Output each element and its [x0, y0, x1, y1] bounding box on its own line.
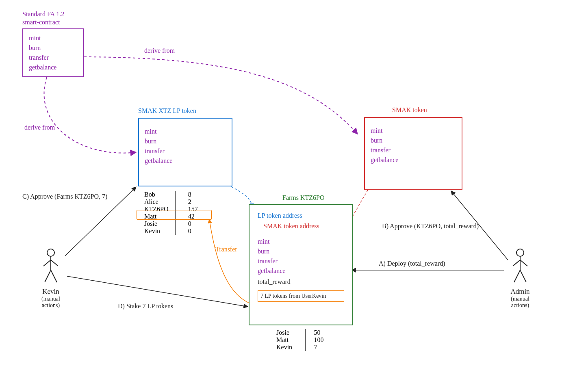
smak-method-mint: mint [371, 126, 456, 136]
method-burn: burn [29, 43, 78, 53]
svg-line-3 [51, 260, 58, 266]
smak-title: SMAK token [392, 106, 427, 114]
lp-row-val-4: 0 [186, 220, 205, 227]
smak-token-box: mint burn transfer getbalance [364, 117, 462, 190]
standard-title-1: Standard FA 1.2 [22, 11, 64, 18]
edge-transfer [209, 219, 251, 304]
label-approve-b: B) Approve (KTZ6PO, total_reward) [382, 223, 479, 230]
farm-title: Farms KTZ6PO [282, 194, 325, 201]
lp-row-name-0: Bob [144, 191, 178, 198]
svg-line-8 [513, 260, 520, 266]
farm-row-val-2: 7 [312, 344, 333, 351]
standard-contract-box: mint burn transfer getbalance [22, 28, 84, 77]
lp-row-name-4: Josie [144, 220, 178, 227]
edge-lp-address [228, 185, 252, 207]
standard-title-2: smart-contract [22, 19, 60, 26]
edge-derive-lp [44, 77, 136, 153]
method-getbalance: getbalance [29, 63, 78, 72]
svg-line-4 [45, 270, 51, 282]
svg-line-2 [43, 260, 51, 266]
admin-name: Admin [508, 288, 532, 296]
admin-sub: (manual actions) [508, 296, 532, 309]
farm-box: LP token address SMAK token address mint… [249, 204, 353, 325]
farm-row-name-2: Kevin [276, 344, 304, 351]
farm-staked-note: 7 LP tokens from UserKevin [258, 290, 344, 302]
label-deploy-a: A) Deploy (total_reward) [379, 260, 445, 267]
farm-row-val-1: 100 [312, 336, 333, 344]
farm-row-name-1: Matt [276, 336, 304, 344]
edge-stake-d [67, 276, 248, 307]
stick-figure-icon [508, 248, 532, 284]
lp-method-getbalance: getbalance [145, 156, 226, 166]
farm-method-burn: burn [258, 247, 344, 256]
kevin-sub: (manual actions) [39, 296, 63, 309]
lp-method-mint: mint [145, 127, 226, 136]
lp-row-val-5: 0 [186, 227, 205, 235]
method-transfer: transfer [29, 53, 78, 63]
actor-admin: Admin (manual actions) [508, 248, 532, 309]
lp-row-name-1: Alice [144, 198, 178, 206]
smak-method-burn: burn [371, 136, 456, 145]
smak-method-transfer: transfer [371, 145, 456, 155]
farm-method-transfer: transfer [258, 256, 344, 266]
smak-methods: mint burn transfer getbalance [371, 126, 456, 165]
farm-row-val-0: 50 [312, 329, 333, 336]
lp-methods: mint burn transfer getbalance [145, 127, 226, 166]
svg-line-11 [520, 270, 526, 282]
svg-line-9 [520, 260, 527, 266]
lp-row-name-5: Kevin [144, 227, 178, 235]
label-stake-d: D) Stake 7 LP tokens [118, 303, 173, 310]
svg-point-6 [516, 249, 524, 256]
farm-methods: mint burn transfer getbalance [258, 237, 344, 276]
label-approve-c: C) Approve (Farms KTZ6PO, 7) [22, 193, 107, 200]
derive-label-1: derive from [24, 124, 55, 131]
smak-method-getbalance: getbalance [371, 155, 456, 165]
stick-figure-icon [39, 248, 63, 284]
lp-title: SMAK XTZ LP token [138, 107, 196, 115]
farm-balances-table: Josie50 Matt100 Kevin7 [276, 329, 333, 351]
lp-method-transfer: transfer [145, 146, 226, 156]
farm-total-reward: total_reward [258, 277, 344, 287]
farm-lp-label: LP token address [258, 210, 344, 221]
standard-methods: mint burn transfer getbalance [29, 33, 78, 72]
lp-method-burn: burn [145, 136, 226, 146]
lp-row-val-0: 8 [186, 191, 205, 198]
actor-kevin: Kevin (manual actions) [39, 248, 63, 309]
lp-token-box: mint burn transfer getbalance [138, 118, 232, 186]
farm-method-mint: mint [258, 237, 344, 247]
farm-smak-label: SMAK token address [263, 221, 344, 232]
derive-label-2: derive from [144, 47, 175, 54]
svg-line-10 [514, 270, 520, 282]
svg-point-0 [47, 249, 54, 256]
lp-highlight-ktz6po [137, 210, 212, 220]
label-transfer: Transfer [215, 246, 237, 253]
farm-method-getbalance: getbalance [258, 266, 344, 276]
farm-row-name-0: Josie [276, 329, 304, 336]
kevin-name: Kevin [39, 288, 63, 296]
lp-row-val-1: 2 [186, 198, 205, 206]
method-mint: mint [29, 33, 78, 43]
svg-line-5 [51, 270, 57, 282]
